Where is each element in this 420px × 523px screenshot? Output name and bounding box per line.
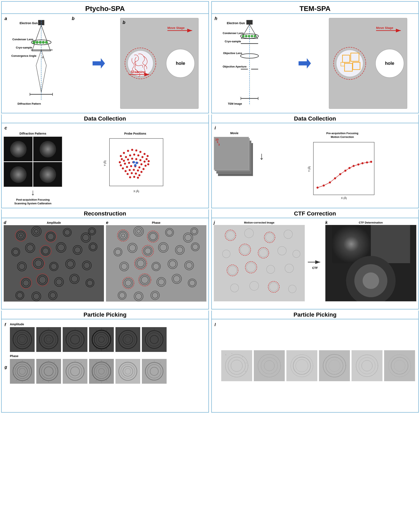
svg-point-113: [138, 174, 140, 176]
tem-particle-3: [286, 350, 317, 381]
svg-rect-33: [246, 20, 253, 25]
svg-point-129: [349, 167, 350, 169]
tem-particle-5: [352, 350, 382, 381]
amplitude-image: [4, 225, 104, 302]
svg-rect-253: [218, 225, 301, 301]
tem-diagram: Electron Gun Condenser Lens Cryo-sample …: [223, 18, 280, 109]
svg-text:Condenser Lens: Condenser Lens: [12, 38, 33, 41]
svg-point-89: [139, 159, 142, 161]
diff-pattern-1: [4, 137, 32, 161]
svg-point-79: [133, 154, 135, 156]
svg-point-71: [135, 149, 137, 152]
svg-point-126: [334, 177, 336, 179]
label-e: e: [106, 220, 108, 225]
svg-rect-420: [286, 350, 317, 381]
svg-point-86: [127, 158, 129, 161]
svg-point-286: [363, 272, 379, 289]
svg-point-88: [135, 158, 137, 160]
move-stage-arrow: Move Stage: [165, 24, 196, 35]
amp-particle-3: [63, 327, 87, 352]
ctf-correction-title: CTF Correction: [294, 210, 336, 217]
ptycho-spa-title: Ptycho-SPA: [85, 5, 125, 12]
phase-particle-6: [142, 359, 166, 384]
svg-point-104: [143, 168, 144, 170]
svg-point-128: [344, 170, 346, 172]
svg-rect-365: [36, 359, 61, 384]
svg-point-123: [317, 187, 318, 189]
data-collection-left-title: Data Collection: [84, 115, 126, 122]
diff-pattern-4: [33, 162, 62, 187]
probe-positions: Y (Å) X (Å): [103, 136, 167, 194]
svg-point-105: [125, 170, 127, 172]
svg-point-41: [251, 35, 253, 37]
ctf-arrow: [307, 258, 323, 266]
particle-picking-left-title: Particle Picking: [84, 311, 127, 318]
svg-point-7: [36, 41, 39, 44]
svg-point-70: [131, 149, 133, 151]
svg-rect-302: [36, 327, 61, 352]
svg-point-116: [137, 177, 139, 179]
svg-rect-323: [89, 327, 114, 352]
svg-text:TEM Image: TEM Image: [228, 102, 242, 105]
svg-text:Condenser Lens: Condenser Lens: [223, 32, 244, 35]
svg-point-115: [133, 176, 135, 178]
svg-point-68: [123, 152, 125, 154]
diff-pattern-3: [4, 162, 32, 187]
svg-point-94: [128, 162, 130, 164]
svg-text:Y (Å): Y (Å): [308, 166, 311, 172]
label-b: b: [72, 16, 74, 21]
svg-rect-396: [115, 359, 140, 384]
tem-scanning-sphere: [332, 42, 367, 85]
svg-text:Cryo-sample: Cryo-sample: [225, 40, 241, 43]
svg-point-38: [242, 35, 245, 37]
svg-text:Objective Lens: Objective Lens: [223, 52, 242, 55]
scanning-arrow: Scanning: [127, 69, 153, 80]
svg-point-133: [366, 161, 368, 163]
svg-text:Convergence Angle: Convergence Angle: [11, 54, 37, 57]
ptycho-arrow: [93, 57, 105, 70]
svg-point-87: [131, 158, 133, 160]
svg-rect-412: [231, 353, 232, 354]
svg-point-73: [143, 153, 146, 155]
svg-rect-411: [225, 354, 226, 355]
svg-point-84: [119, 161, 121, 163]
ptycho-diagram: Electron Gun Condenser Lens Cryo-sample: [11, 18, 77, 109]
amp-particle-6: [142, 327, 166, 352]
svg-line-19: [41, 65, 46, 92]
amp-particle-4: [89, 327, 114, 352]
svg-text:X (Å): X (Å): [341, 196, 347, 200]
ctf-determination-image: [325, 225, 416, 301]
svg-point-39: [245, 35, 247, 37]
amp-particle-1: [10, 327, 35, 352]
svg-point-99: [122, 167, 124, 170]
phase-particle-4: [89, 359, 114, 384]
label-k: k: [325, 220, 328, 225]
motion-correction-plot: Y (Å) X (Å): [307, 140, 377, 202]
tem-particle-2: [254, 350, 285, 381]
reconstruction-title: Reconstruction: [84, 210, 126, 217]
svg-point-72: [139, 151, 142, 153]
svg-point-78: [129, 154, 131, 156]
svg-point-101: [130, 165, 132, 167]
svg-point-75: [120, 155, 122, 157]
svg-text:Electron Gun: Electron Gun: [20, 21, 38, 25]
svg-text:X (Å): X (Å): [133, 190, 139, 193]
svg-rect-414: [246, 363, 247, 363]
tem-particle-6: [384, 350, 415, 381]
svg-point-76: [121, 158, 123, 160]
phase-image: [106, 225, 206, 302]
svg-marker-23: [93, 58, 105, 68]
svg-text:Electron Gun: Electron Gun: [227, 21, 245, 25]
svg-rect-338: [115, 327, 140, 352]
svg-point-124: [323, 185, 325, 187]
phase-particle-2: [36, 359, 61, 384]
svg-point-127: [339, 173, 341, 175]
svg-point-40: [248, 35, 250, 37]
svg-rect-120: [313, 142, 374, 195]
svg-text:Scanning: Scanning: [131, 70, 146, 74]
ctf-label: CTF: [312, 266, 318, 270]
svg-rect-315: [63, 327, 87, 352]
svg-rect-413: [242, 356, 243, 357]
svg-marker-54: [299, 58, 311, 68]
amp-particle-2: [36, 327, 61, 352]
